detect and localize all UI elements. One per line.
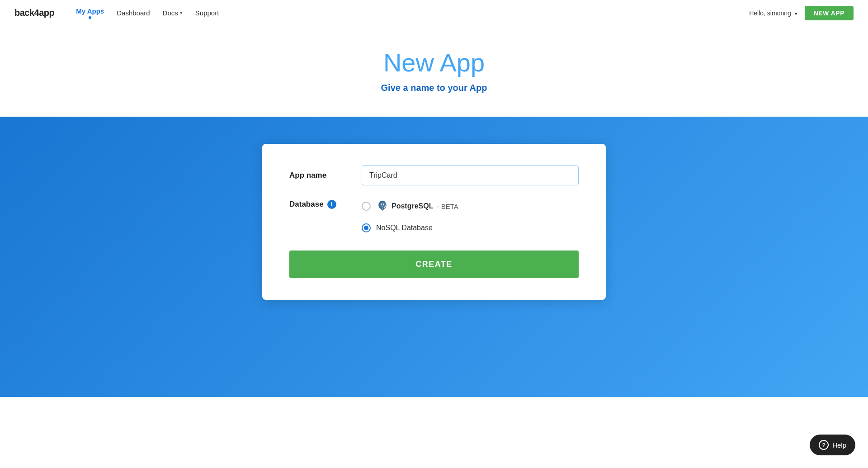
svg-point-2 (381, 203, 382, 205)
nav-links: My Apps Dashboard Docs ▾ Support (76, 7, 219, 19)
db-option-nosql[interactable]: NoSQL Database (362, 223, 458, 232)
db-label-nosql: NoSQL Database (376, 224, 433, 232)
navbar-right: Hello, simonng ▾ NEW APP (749, 6, 854, 20)
new-app-button[interactable]: NEW APP (805, 6, 854, 20)
database-label: Database (289, 200, 324, 209)
nav-link-docs[interactable]: Docs (163, 9, 178, 17)
radio-nosql[interactable] (362, 223, 371, 232)
create-button[interactable]: CREATE (289, 251, 579, 278)
database-label-wrap: Database i (289, 200, 362, 209)
database-row: Database i (289, 200, 579, 232)
app-name-label: App name (289, 171, 362, 180)
blue-section: App name Database i (0, 117, 868, 397)
postgres-logo: PostgreSQL (376, 200, 433, 213)
radio-inner-nosql (364, 226, 368, 230)
nav-link-myapps[interactable]: My Apps (76, 7, 104, 15)
chevron-down-icon: ▾ (180, 10, 183, 16)
svg-point-3 (383, 203, 384, 205)
db-label-postgres: PostgreSQL - BETA (376, 200, 458, 213)
postgres-text: PostgreSQL (392, 202, 433, 210)
info-icon[interactable]: i (327, 200, 336, 209)
postgres-icon (376, 200, 389, 213)
nav-link-dashboard[interactable]: Dashboard (117, 9, 150, 17)
new-app-card: App name Database i (262, 144, 606, 300)
navbar: back4app My Apps Dashboard Docs ▾ Suppor… (0, 0, 868, 26)
nav-item-docs[interactable]: Docs ▾ (163, 9, 183, 17)
db-option-postgres[interactable]: PostgreSQL - BETA (362, 200, 458, 213)
active-indicator (89, 16, 91, 19)
radio-postgres[interactable] (362, 202, 371, 211)
brand-logo: back4app (14, 8, 54, 18)
beta-badge: - BETA (437, 203, 458, 210)
nav-link-support[interactable]: Support (195, 9, 219, 17)
nav-item-dashboard[interactable]: Dashboard (117, 9, 150, 17)
hero-section: New App Give a name to your App (0, 26, 868, 117)
user-dropdown-arrow[interactable]: ▾ (795, 11, 797, 16)
database-options: PostgreSQL - BETA NoSQL Database (362, 200, 458, 232)
nav-item-myapps[interactable]: My Apps (76, 7, 104, 19)
app-name-input[interactable] (362, 165, 579, 185)
app-name-row: App name (289, 165, 579, 185)
page-subtitle: Give a name to your App (0, 83, 868, 93)
user-greeting: Hello, simonng ▾ (749, 9, 797, 17)
nav-item-support[interactable]: Support (195, 9, 219, 17)
page-title: New App (0, 48, 868, 77)
